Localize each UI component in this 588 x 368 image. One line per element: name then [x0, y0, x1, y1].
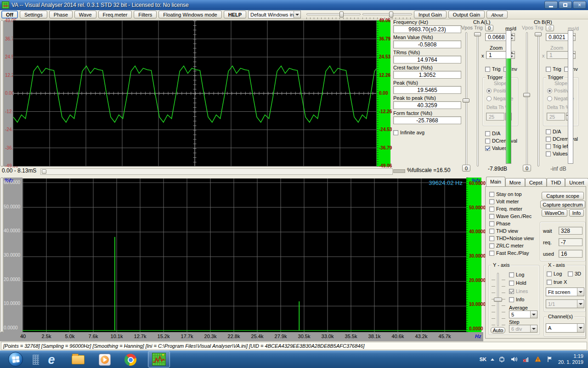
hidden-icons-chevron[interactable] — [491, 356, 494, 361]
output-gain-slider[interactable] — [362, 12, 412, 18]
y-info-checkbox[interactable]: Info — [509, 297, 524, 302]
media-player-icon[interactable] — [96, 353, 114, 367]
msd-zero-button[interactable]: 0 — [546, 25, 554, 31]
da-checkbox[interactable]: D/A — [546, 129, 561, 134]
trig-checkbox[interactable]: Trig — [546, 66, 561, 72]
fast-rec-play-checkbox[interactable]: Fast Rec./Play — [489, 250, 534, 256]
y-scale-slider-thumb[interactable] — [494, 298, 502, 302]
tab-cepst[interactable]: Cepst — [525, 178, 547, 186]
trig-slider-thumb[interactable] — [474, 32, 481, 36]
internet-explorer-icon[interactable]: e — [42, 353, 61, 367]
action-center-flag-icon[interactable] — [546, 356, 554, 363]
values-checkbox[interactable]: Values — [546, 151, 568, 156]
fit-screen-select[interactable]: Fit screen — [546, 288, 584, 296]
input-device-select[interactable]: Default Windows inp — [248, 11, 301, 18]
vpos-slider-thumb[interactable] — [523, 93, 530, 97]
network-icon[interactable] — [522, 356, 530, 363]
average-select[interactable]: 5 — [509, 310, 537, 318]
off-button[interactable]: Off — [1, 11, 18, 18]
trig-slider-thumb[interactable] — [535, 32, 542, 36]
slider-thumb[interactable] — [389, 12, 393, 17]
wave-on-button[interactable]: WaveOn — [542, 209, 567, 217]
hold-checkbox[interactable]: Hold — [509, 280, 526, 286]
zrlc-meter-checkbox[interactable]: ZRLC meter — [489, 243, 534, 248]
trig-slider[interactable] — [537, 32, 539, 167]
maximize-button[interactable] — [559, 1, 572, 9]
vpos-zero-button[interactable]: 0 — [462, 165, 470, 172]
input-gain-button[interactable]: Input Gain — [414, 11, 447, 18]
slope-negative-radio[interactable]: Negative — [486, 96, 518, 101]
msd-input[interactable]: 0.8021 — [546, 33, 569, 41]
vpos-slider-thumb[interactable] — [463, 98, 469, 103]
req-value: -7 — [559, 238, 582, 246]
chrome-icon[interactable] — [121, 353, 140, 367]
trig-left-checkbox[interactable]: Trig left — [546, 144, 569, 149]
dcremoval-checkbox[interactable]: DCremoval — [485, 138, 517, 144]
phase-checkbox[interactable]: Phase — [489, 221, 534, 226]
tab-more[interactable]: More — [505, 178, 525, 186]
infinite-avg-checkbox[interactable]: Infinite avg — [393, 130, 461, 135]
language-indicator[interactable]: SK — [480, 356, 486, 362]
da-checkbox[interactable]: D/A — [485, 131, 500, 136]
va-notification-icon[interactable] — [534, 356, 542, 363]
clock[interactable]: 1:19 20. 1. 2019 — [558, 353, 583, 365]
input-gain-slider[interactable] — [306, 12, 361, 18]
thd-view-checkbox[interactable]: THD view — [489, 228, 534, 234]
safely-remove-icon[interactable] — [498, 356, 506, 363]
slope-positive-radio[interactable]: Positive — [547, 88, 578, 93]
settings-button[interactable]: Settings — [20, 11, 47, 18]
zoom-input[interactable]: 1 — [547, 51, 569, 59]
help-button[interactable]: HELP — [224, 11, 246, 18]
msd-zero-button[interactable]: 0 — [485, 25, 493, 31]
channel-select[interactable]: A — [546, 323, 584, 333]
trig-slider[interactable] — [477, 32, 479, 167]
tab-thd[interactable]: THD — [547, 178, 565, 186]
thd-noise-view-checkbox[interactable]: THD+Noise view — [489, 236, 534, 241]
auto-button[interactable]: Auto — [491, 327, 505, 334]
filters-button[interactable]: Filters — [134, 11, 157, 18]
step-select[interactable]: 6 div — [509, 325, 537, 333]
minimize-button[interactable] — [544, 1, 558, 9]
x-3d-checkbox[interactable]: 3D — [568, 271, 581, 276]
freqmeter-button[interactable]: Freq.meter — [98, 11, 132, 18]
vpos-zero-button[interactable]: 0 — [523, 165, 531, 172]
delta-th-input[interactable]: 25 — [547, 113, 565, 121]
close-button[interactable]: × — [573, 1, 586, 9]
volt-meter-checkbox[interactable]: Volt meter — [489, 199, 534, 204]
capture-spectrum-button[interactable]: Capture spectrum — [540, 201, 585, 208]
freq-meter-checkbox[interactable]: Freq. meter — [489, 206, 534, 212]
scope-left-slider[interactable] — [0, 20, 4, 167]
values-checkbox[interactable]: Values — [485, 145, 507, 151]
tab-uncert[interactable]: Uncert — [565, 178, 588, 186]
scope-scrollbar[interactable] — [40, 168, 393, 175]
visual-analyser-taskbar-item[interactable] — [148, 351, 170, 368]
zoom-input[interactable]: 1 — [486, 51, 508, 59]
stay-on-top-checkbox[interactable]: Stay on top — [489, 191, 534, 197]
floating-windows-button[interactable]: Floating Windows mode — [158, 11, 221, 18]
x-log-checkbox[interactable]: Log — [547, 271, 562, 276]
slider-thumb[interactable] — [339, 12, 344, 17]
vpos-slider[interactable] — [526, 32, 528, 167]
y-log-checkbox[interactable]: Log — [509, 272, 524, 277]
scrollbar-thumb[interactable] — [42, 169, 46, 174]
lines-checkbox[interactable]: Lines — [509, 288, 528, 294]
true-x-checkbox[interactable]: true X — [547, 279, 567, 285]
output-gain-button[interactable]: Output Gain — [448, 11, 485, 18]
start-button[interactable] — [8, 352, 23, 367]
wave-gen-checkbox[interactable]: Wave Gen./Rec — [489, 213, 534, 219]
file-explorer-icon[interactable] — [69, 353, 87, 367]
slope-negative-radio[interactable]: Negative — [547, 96, 578, 101]
info-button[interactable]: Info — [569, 209, 584, 217]
ratio-select[interactable]: 1/1 — [546, 299, 584, 308]
spectrum-left-slider[interactable] — [0, 178, 4, 332]
tab-main[interactable]: Main — [486, 177, 505, 186]
capture-scope-button[interactable]: Capture scope — [542, 192, 584, 200]
phase-button[interactable]: Phase — [49, 11, 73, 18]
wave-button[interactable]: Wave — [74, 11, 96, 18]
trig-checkbox[interactable]: Trig — [485, 66, 501, 72]
delta-th-input[interactable]: 25 — [486, 113, 504, 121]
msd-input[interactable]: 0.0668 — [485, 33, 508, 41]
slope-positive-radio[interactable]: Positive — [486, 88, 518, 93]
volume-icon[interactable] — [510, 356, 518, 363]
about-button[interactable]: About — [486, 11, 508, 18]
